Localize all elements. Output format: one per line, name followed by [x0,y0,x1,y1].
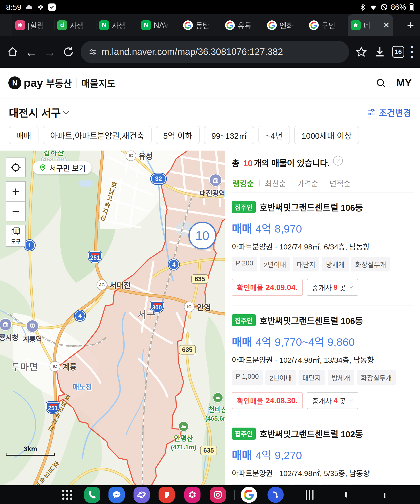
tab-3[interactable]: N사생 [96,14,138,36]
listing-title: 호반써밋그랜드센트럴 106동 [259,201,363,213]
map-canvas[interactable]: 갑하산(468.7m)IC유성대전광역시321251호남고속지선JC서대전300… [0,150,225,485]
view-seogu-only-button[interactable]: 서구만 보기 [32,161,92,174]
url-bar[interactable]: m.land.naver.com/map/36.3081076:127.382 [81,41,349,63]
home-icon[interactable] [6,46,19,58]
bookmark-star-icon[interactable] [355,46,368,58]
tab-6[interactable]: 유튜 [222,14,264,36]
owner-badge: 집주인 [232,314,256,326]
my-menu[interactable]: MY [396,77,412,89]
google-app-icon[interactable] [241,487,257,503]
recents-key[interactable] [306,490,314,500]
reload-icon[interactable] [62,46,75,58]
new-tab-button[interactable]: + [407,18,414,32]
summary-suffix: 개의 매물이 있습니다. [254,159,330,168]
back-key[interactable] [384,493,385,497]
wifi-icon [370,3,377,11]
red-app-icon[interactable] [158,487,175,503]
local-route-shield: 635 [191,275,208,284]
poi-elevation: (465.6m) [205,415,225,422]
naver-pay-logo[interactable]: N [8,76,21,90]
tag: 2년이내 [260,257,290,271]
search-icon[interactable] [376,78,386,88]
route-shield: 32 [151,174,166,184]
listing-card[interactable]: 집주인호반써밋그랜드센트럴 106동 매매4억 9,770~4억 9,860 아… [232,306,414,419]
tab-7[interactable]: 엔화 [264,14,306,36]
forward-icon[interactable]: → [43,46,56,58]
brand-pay-label[interactable]: pay [24,76,43,90]
listing-cluster-marker[interactable]: 10 [189,222,216,249]
zoom-out-button[interactable]: − [6,201,25,221]
interchange-marker: JC서대전 [97,279,130,290]
help-icon[interactable]: ? [333,156,343,166]
phone-app-icon[interactable] [84,487,100,503]
sort-ranking[interactable]: 랭킹순 [232,178,259,189]
zoom-in-button[interactable]: + [6,182,25,201]
stream-label: 매노천 [73,381,92,391]
app-drawer-icon[interactable] [62,490,72,500]
tag: 방세개 [322,484,348,485]
tab-2[interactable]: d사생 [54,14,96,36]
tab-active-naver-land[interactable]: 네✕ [348,14,393,36]
chip-trade-type[interactable]: 매매 [9,126,38,144]
mountain-icon [178,421,189,432]
tab-1[interactable]: ✱[힐링 [12,14,54,36]
download-icon[interactable] [374,46,386,58]
interchange-marker: IC계룡 [50,361,77,372]
chip-age[interactable]: ~4년 [258,126,290,144]
flower-app-icon[interactable] [184,487,201,503]
train-icon [26,320,39,333]
home-key[interactable] [345,493,347,497]
browser-menu-icon[interactable]: ••• [410,44,414,60]
tune-filter-icon [367,108,376,117]
change-conditions-button[interactable]: 조건변경 [367,106,411,119]
site-settings-icon[interactable] [88,47,97,56]
tab-count-button[interactable]: 16 [392,46,404,58]
sort-price[interactable]: 가격순 [292,178,324,189]
naver-favicon: N [141,20,151,30]
close-tab-icon[interactable]: ✕ [383,20,390,30]
tag: 화장실두개 [351,257,390,271]
brand-service-label[interactable]: 부동산 [46,76,72,90]
route-shield: 4 [75,310,85,321]
back-icon[interactable]: ← [25,46,37,58]
listing-desc: 아파트분양권 · 102/74.98㎡, 13/34층, 남동향 [232,354,414,365]
tag: 대단지 [293,484,319,485]
route-shield: 1 [24,240,35,251]
listing-price: 4억 8,970 [256,220,302,236]
messages-app-icon[interactable] [109,487,125,503]
interchange-name: 계룡 [63,361,77,372]
camera-app-icon[interactable] [210,487,226,503]
region-row: 대전시 서구 조건변경 [0,98,420,126]
listing-card[interactable]: 집주인호반써밋그랜드센트럴 106동 매매4억 8,970 아파트분양권 · 1… [232,192,414,306]
chip-property-type[interactable]: 아파트,아파트분양권,재건축 [43,126,152,144]
chevron-down-icon [63,108,69,114]
pink-app-favicon: ✱ [15,20,25,30]
agents-dropdown-button[interactable]: 중개사9곳 [307,279,358,296]
chip-area[interactable]: 99~132㎡ [204,126,254,144]
region-selector[interactable]: 대전시 서구 [9,104,69,120]
sort-area[interactable]: 면적순 [324,178,356,189]
agents-dropdown-button[interactable]: 중개사4곳 [307,392,358,409]
map-tools-button[interactable]: 도구 [6,225,26,247]
owner-badge: 집주인 [232,428,256,440]
blue-app-icon[interactable] [268,487,284,503]
confirmed-listing-button[interactable]: 확인매물24.09.04. [232,279,303,296]
tab-5[interactable]: 동탄 [180,14,222,36]
city-hall-marker: 계룡시청 [0,318,18,342]
confirmed-listing-button[interactable]: 확인매물24.08.30. [232,392,303,409]
chip-households[interactable]: 1000세대 이상 [294,126,359,144]
chip-price[interactable]: 5억 이하 [156,126,200,144]
listing-card[interactable]: 집주인호반써밋그랜드센트럴 102동 매매4억 9,270 아파트분양권 · 1… [232,419,414,485]
trade-type: 매매 [232,446,252,462]
partial-tab[interactable] [0,14,12,36]
header-divider [77,78,77,88]
sort-newest[interactable]: 최신순 [259,178,292,189]
samsung-internet-app-icon[interactable] [134,487,150,503]
tab-4[interactable]: NNAV [138,14,180,36]
url-text[interactable]: m.land.naver.com/map/36.3081076:127.382 [102,47,283,57]
mountain-peak-marker: 천비산(465.6m) [205,392,225,422]
checkbox-notification-icon [48,3,56,11]
summary-prefix: 총 [232,159,239,168]
current-location-button[interactable] [6,157,26,177]
tab-8[interactable]: 구인 [306,14,348,36]
